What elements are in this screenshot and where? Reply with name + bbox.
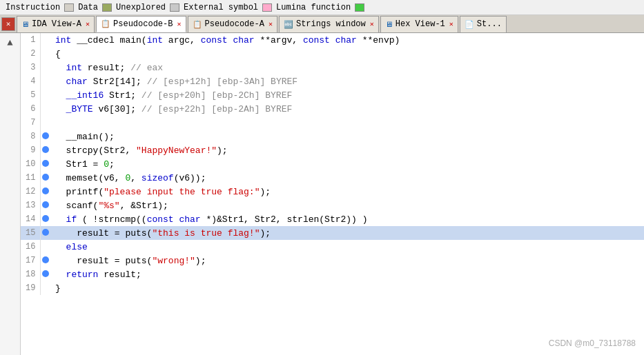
code-token xyxy=(55,90,66,101)
code-token: v6[30]; xyxy=(93,104,142,114)
code-token: result; xyxy=(98,270,141,280)
tab-pseudocode-a-close[interactable]: ✕ xyxy=(269,20,273,28)
table-row[interactable]: 13 scanf("%s", &Str1); xyxy=(21,199,644,212)
table-row[interactable]: 5 __int16 Str1; // [esp+20h] [ebp-2Ch] B… xyxy=(21,88,644,102)
code-area: 1int __cdecl main(int argc, const char *… xyxy=(21,33,644,355)
code-token: Str1; xyxy=(104,90,142,101)
code-token: , &Str1); xyxy=(120,201,168,211)
line-number: 17 xyxy=(21,254,40,267)
table-row[interactable]: 12 printf("please input the true flag:")… xyxy=(21,185,644,199)
code-token: ); xyxy=(217,145,228,156)
code-token: int xyxy=(147,35,163,45)
dot-indicator xyxy=(42,270,49,277)
table-row[interactable]: 8 __main(); xyxy=(21,130,644,143)
table-row[interactable]: 3 int result; // eax xyxy=(21,61,644,74)
dot-indicator xyxy=(42,256,49,263)
code-token: ); xyxy=(260,228,271,239)
tab-st[interactable]: 📄 St... xyxy=(460,16,507,32)
code-token: *)&Str1, Str2, strlen(Str2)) ) xyxy=(201,214,368,225)
code-line: else xyxy=(51,240,644,254)
tab-hex-label: Hex View-1 xyxy=(396,19,445,29)
tab-strings-window[interactable]: 🔤 Strings window ✕ xyxy=(279,16,379,32)
table-row[interactable]: 1int __cdecl main(int argc, const char *… xyxy=(21,33,644,47)
code-line: strcpy(Str2, "HappyNewYear!"); xyxy=(51,143,644,157)
table-row[interactable]: 18 return result; xyxy=(21,267,644,281)
breakpoint-dot xyxy=(40,33,51,47)
table-row[interactable]: 2{ xyxy=(21,47,644,61)
code-token: argc, xyxy=(163,35,201,45)
table-row[interactable]: 7 xyxy=(21,116,644,130)
line-number: 3 xyxy=(21,61,40,74)
tab-ida-view[interactable]: 🖥 IDA View-A ✕ xyxy=(17,16,95,32)
table-row[interactable]: 4 char Str2[14]; // [esp+12h] [ebp-3Ah] … xyxy=(21,74,644,88)
tab-pseudocode-a-label: Pseudocode-A xyxy=(205,19,264,29)
code-token: strcpy(Str2, xyxy=(55,145,136,156)
tab-st-label: St... xyxy=(477,19,502,29)
breakpoint-dot xyxy=(40,116,51,130)
code-token: ); xyxy=(195,256,206,266)
legend-lumina-box xyxy=(355,3,364,12)
code-token: const char xyxy=(147,214,201,225)
code-token: // eax xyxy=(130,63,163,73)
breakpoint-dot xyxy=(40,267,51,281)
code-token: char xyxy=(66,77,88,87)
code-line: { xyxy=(51,47,644,61)
table-row[interactable]: 10 Str1 = 0; xyxy=(21,157,644,171)
tab-hex-close[interactable]: ✕ xyxy=(449,20,453,28)
watermark: CSDN @m0_73118788 xyxy=(549,338,636,348)
line-number: 14 xyxy=(21,212,40,226)
code-token: result = puts( xyxy=(55,256,152,266)
code-token: const char xyxy=(303,35,357,45)
code-token: Str1 = xyxy=(55,159,104,170)
table-row[interactable]: 6 _BYTE v6[30]; // [esp+22h] [ebp-2Ah] B… xyxy=(21,102,644,116)
tab-strings-close[interactable]: ✕ xyxy=(370,20,374,28)
code-token: result; xyxy=(82,63,130,73)
code-line: memset(v6, 0, sizeof(v6)); xyxy=(51,171,644,185)
line-number: 1 xyxy=(21,33,40,47)
dot-indicator xyxy=(42,160,49,167)
tab-strings-label: Strings window xyxy=(296,19,366,29)
line-number: 12 xyxy=(21,185,40,199)
code-token: scanf( xyxy=(55,201,98,211)
code-token: ); xyxy=(260,187,271,197)
dot-indicator xyxy=(42,187,49,194)
line-number: 8 xyxy=(21,130,40,143)
code-token: // [esp+20h] [ebp-2Ch] BYREF xyxy=(142,90,292,101)
tab-pseudocode-b[interactable]: 📋 Pseudocode-B ✕ xyxy=(96,16,186,32)
tab-hex-view[interactable]: 🖥 Hex View-1 ✕ xyxy=(380,16,458,32)
breakpoint-dot xyxy=(40,226,51,240)
table-row[interactable]: 11 memset(v6, 0, sizeof(v6)); xyxy=(21,171,644,185)
legend-data-label: Data xyxy=(78,3,98,12)
table-row[interactable]: 17 result = puts("wrong!"); xyxy=(21,254,644,267)
dot-indicator xyxy=(42,132,49,139)
table-row[interactable]: 9 strcpy(Str2, "HappyNewYear!"); xyxy=(21,143,644,157)
code-token: Str2[14]; xyxy=(88,77,147,87)
breakpoint-dot xyxy=(40,240,51,254)
code-token: **argv, xyxy=(255,35,303,45)
tab-bar: ✕ 🖥 IDA View-A ✕ 📋 Pseudocode-B ✕ 📋 Pseu… xyxy=(0,15,644,33)
code-line: scanf("%s", &Str1); xyxy=(51,199,644,212)
table-row[interactable]: 19} xyxy=(21,281,644,295)
line-number: 11 xyxy=(21,171,40,185)
dot-indicator xyxy=(42,174,49,181)
table-row[interactable]: 16 else xyxy=(21,240,644,254)
tab-pseudocode-b-close[interactable]: ✕ xyxy=(177,20,181,28)
close-x-button[interactable]: ✕ xyxy=(1,17,15,31)
tab-ida-view-close[interactable]: ✕ xyxy=(86,20,90,28)
tab-st-icon: 📄 xyxy=(465,20,474,29)
legend-data-box xyxy=(102,3,112,12)
breakpoint-dot xyxy=(40,102,51,116)
table-row[interactable]: 15 result = puts("this is true flag!"); xyxy=(21,226,644,240)
legend-instruction-box xyxy=(64,3,74,12)
table-row[interactable]: 14 if ( !strncmp((const char *)&Str1, St… xyxy=(21,212,644,226)
sidebar-scroll-up[interactable]: ▲ xyxy=(6,36,14,50)
code-token: ( !strncmp(( xyxy=(77,214,146,225)
code-token: // [esp+12h] [ebp-3Ah] BYREF xyxy=(147,77,297,87)
line-number: 10 xyxy=(21,157,40,171)
breakpoint-dot xyxy=(40,47,51,61)
tab-pseudocode-a[interactable]: 📋 Pseudocode-A ✕ xyxy=(188,16,277,32)
line-number: 16 xyxy=(21,240,40,254)
tab-hex-icon: 🖥 xyxy=(385,20,393,29)
code-line: int __cdecl main(int argc, const char **… xyxy=(51,33,644,47)
code-token: "%s" xyxy=(98,201,119,211)
